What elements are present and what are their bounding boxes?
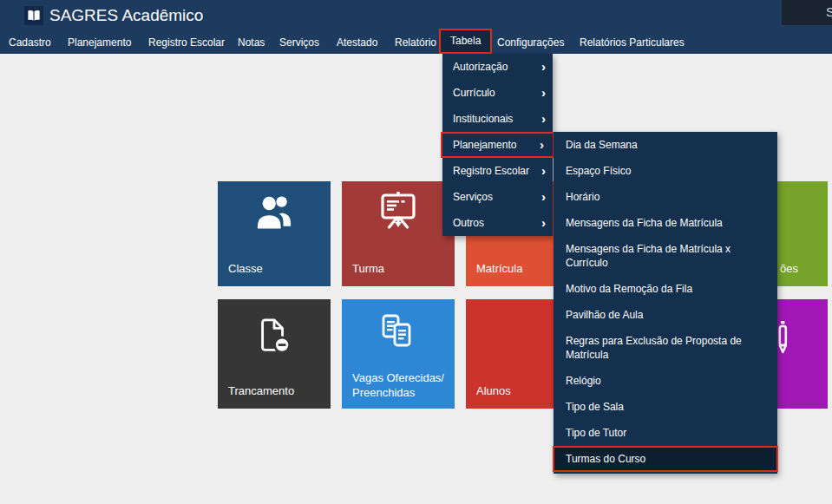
app-logo [24, 6, 43, 25]
dropdown-item-label: Planejamento [453, 139, 516, 151]
planejamento-submenu: Dia da Semana Espaço Físico Horário Mens… [554, 132, 777, 474]
people-icon [254, 194, 294, 231]
menu-relatorios-particulares[interactable]: Relatórios Particulares [580, 31, 685, 54]
tile-turma[interactable]: Turma [342, 181, 455, 286]
app-header: SAGRES Acadêmico S [0, 0, 832, 31]
dropdown-item-label: Outros [453, 217, 484, 229]
presentation-board-icon [377, 192, 419, 232]
dropdown-item-servicos[interactable]: Serviços › [442, 184, 553, 210]
menubar: Cadastro Planejamento Registro Escolar N… [0, 31, 832, 54]
dropdown-item-label: Institucionais [453, 113, 513, 125]
menu-atestado[interactable]: Atestado [337, 31, 377, 54]
open-book-icon [26, 8, 42, 23]
submenu-item-regras-exclusao-proposta-matricula[interactable]: Regras para Exclusão de Proposta de Matr… [554, 328, 777, 368]
tile-label: Classe [228, 262, 263, 275]
dropdown-item-institucionais[interactable]: Institucionais › [442, 106, 553, 132]
dropdown-item-label: Registro Escolar [453, 165, 529, 177]
sagres-home-page: Classe Turma Matrícula ões Trancamento [0, 0, 832, 504]
submenu-item-motivo-remocao-fila[interactable]: Motivo da Remoção da Fila [554, 276, 777, 302]
dropdown-item-label: Serviços [453, 191, 493, 203]
tile-label: Matrícula [476, 262, 522, 275]
menu-cadastro[interactable]: Cadastro [9, 31, 51, 54]
submenu-item-mensagens-ficha-matricula[interactable]: Mensagens da Ficha de Matrícula [554, 210, 777, 236]
submenu-item-mensagens-ficha-matricula-x-curriculo[interactable]: Mensagens da Ficha de Matrícula x Curríc… [554, 236, 777, 276]
app-title: SAGRES Acadêmico [49, 0, 203, 31]
tile-label: Vagas Oferecidas/ Preenchidas [352, 370, 444, 400]
tile-label: Turma [352, 262, 384, 275]
tile-label-line2: Preenchidas [352, 385, 444, 400]
menu-configuracoes[interactable]: Configurações [497, 31, 564, 54]
tabela-dropdown: Autorização › Currículo › Institucionais… [442, 54, 553, 236]
dropdown-item-label: Currículo [453, 87, 495, 99]
chevron-right-icon: › [541, 158, 546, 184]
submenu-item-turmas-do-curso[interactable]: Turmas do Curso [553, 446, 778, 472]
menu-relatorio[interactable]: Relatório [395, 31, 436, 54]
submenu-item-horario[interactable]: Horário [554, 184, 777, 210]
tile-label: Alunos [476, 384, 511, 397]
tile-trancamento[interactable]: Trancamento [218, 299, 331, 409]
chevron-right-icon: › [541, 106, 546, 132]
submenu-item-tipo-de-tutor[interactable]: Tipo de Tutor [554, 420, 777, 446]
corner-button[interactable]: S [782, 0, 832, 25]
chevron-right-icon: › [541, 184, 546, 210]
dropdown-item-curriculo[interactable]: Currículo › [442, 80, 553, 106]
dropdown-item-registro-escolar[interactable]: Registro Escolar › [442, 158, 553, 184]
chevron-right-icon: › [540, 132, 544, 158]
documents-icon [377, 314, 419, 352]
tile-classe[interactable]: Classe [218, 181, 331, 286]
chevron-right-icon: › [541, 54, 546, 80]
menu-planejamento[interactable]: Planejamento [68, 31, 131, 54]
submenu-item-dia-da-semana[interactable]: Dia da Semana [554, 132, 777, 158]
menu-registro-escolar[interactable]: Registro Escolar [148, 31, 225, 54]
dropdown-item-label: Autorização [453, 61, 508, 73]
menu-notas[interactable]: Notas [238, 31, 265, 54]
submenu-item-relogio[interactable]: Relógio [554, 368, 777, 394]
submenu-item-pavilhao-de-aula[interactable]: Pavilhão de Aula [554, 302, 777, 328]
tile-label: Trancamento [228, 384, 294, 397]
dropdown-item-autorizacao[interactable]: Autorização › [442, 54, 553, 80]
dropdown-item-planejamento[interactable]: Planejamento › [441, 132, 554, 158]
submenu-item-espaco-fisico[interactable]: Espaço Físico [554, 158, 777, 184]
menu-tabela[interactable]: Tabela [439, 29, 492, 54]
menu-servicos[interactable]: Serviços [279, 31, 319, 54]
tile-label: ões [780, 262, 798, 275]
dropdown-item-outros[interactable]: Outros › [442, 210, 553, 236]
submenu-item-tipo-de-sala[interactable]: Tipo de Sala [554, 394, 777, 420]
tile-vagas-oferecidas-preenchidas[interactable]: Vagas Oferecidas/ Preenchidas [342, 299, 455, 409]
chevron-right-icon: › [541, 210, 546, 236]
corner-button-label: S [826, 4, 832, 19]
chevron-right-icon: › [541, 80, 546, 106]
tile-label-line1: Vagas Oferecidas/ [352, 370, 444, 385]
document-minus-icon [254, 317, 294, 357]
